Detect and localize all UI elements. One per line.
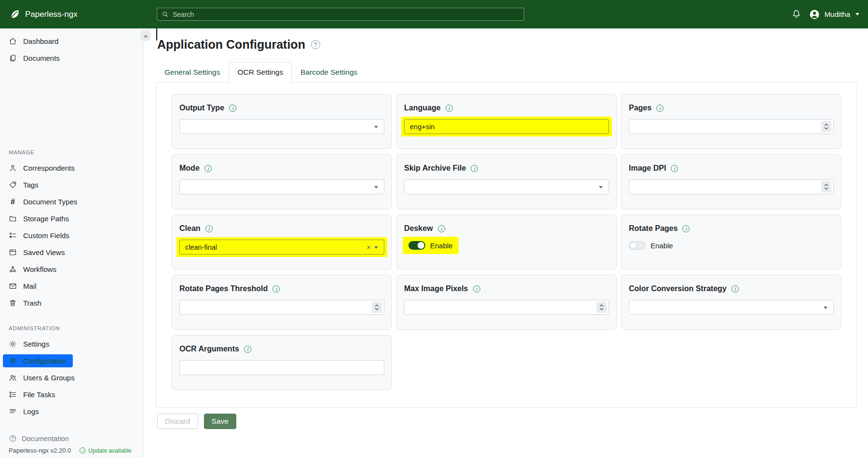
info-icon[interactable]: i <box>438 225 445 232</box>
sidebar-item-saved-views[interactable]: Saved Views <box>0 244 143 261</box>
chevron-down-icon <box>374 126 378 128</box>
sidebar-item-custom-fields[interactable]: Custom Fields <box>0 227 143 244</box>
topbar: Paperless-ngx Muditha <box>0 0 868 28</box>
folder-icon <box>9 215 17 223</box>
sidebar-item-storage-paths[interactable]: Storage Paths <box>0 210 143 227</box>
documentation-link[interactable]: Documentation <box>9 434 143 443</box>
save-button[interactable]: Save <box>204 414 236 429</box>
deskew-toggle[interactable] <box>408 241 425 250</box>
ocr-arguments-input[interactable] <box>185 361 379 375</box>
sidebar-item-trash[interactable]: Trash <box>0 295 143 311</box>
sidebar-item-configuration[interactable]: Configuration <box>0 352 143 369</box>
question-circle-icon <box>9 434 17 443</box>
tab-ocr-settings[interactable]: OCR Settings <box>229 62 292 82</box>
documents-icon <box>9 54 17 62</box>
rotate-pages-toggle[interactable] <box>629 241 646 250</box>
text-lines-icon <box>9 407 17 416</box>
workflow-icon <box>9 265 17 273</box>
bell-icon[interactable] <box>791 9 801 19</box>
output-type-select[interactable] <box>179 119 384 134</box>
discard-button[interactable]: Discard <box>157 414 198 429</box>
update-available-link[interactable]: i Update available <box>80 447 131 454</box>
field-card-color-conversion-strategy: Color Conversion Strategy i <box>621 275 841 330</box>
pages-number-input[interactable] <box>629 119 834 134</box>
info-icon[interactable]: i <box>471 165 478 172</box>
info-icon[interactable]: i <box>656 105 664 112</box>
highlight-clean: clean-final × <box>176 237 387 257</box>
administration-section-header: ADMINISTRATION <box>0 325 143 331</box>
list-task-icon <box>9 390 17 399</box>
people-icon <box>9 374 17 382</box>
field-card-language: Language i <box>396 94 617 149</box>
user-menu[interactable]: Muditha <box>809 9 859 20</box>
sidebar-item-correspondents[interactable]: Correspondents <box>0 160 143 176</box>
image-dpi-input[interactable] <box>635 180 828 194</box>
chevron-down-icon <box>374 186 378 188</box>
clear-icon[interactable]: × <box>366 243 371 251</box>
app-brand[interactable]: Paperless-ngx <box>0 9 78 20</box>
gear-icon <box>9 340 17 348</box>
info-icon[interactable]: i <box>204 165 212 172</box>
field-card-mode: Mode i <box>172 154 392 209</box>
number-stepper[interactable] <box>372 302 382 313</box>
info-icon[interactable]: i <box>244 346 251 353</box>
info-icon[interactable]: i <box>272 285 280 293</box>
color-conversion-strategy-select[interactable] <box>629 300 834 315</box>
search-bar[interactable] <box>157 8 524 21</box>
tab-general-settings[interactable]: General Settings <box>156 62 229 82</box>
info-icon[interactable]: i <box>732 285 739 293</box>
rotate-pages-threshold-input[interactable] <box>185 300 379 314</box>
info-icon[interactable]: i <box>446 105 453 112</box>
info-icon[interactable]: i <box>682 225 690 232</box>
sidebar-item-dashboard[interactable]: Dashboard <box>0 33 143 50</box>
field-card-output-type: Output Type i <box>172 94 392 149</box>
image-dpi-number-input[interactable] <box>629 179 834 194</box>
trash-icon <box>9 299 17 307</box>
info-icon[interactable]: i <box>671 165 678 172</box>
search-icon <box>162 11 169 18</box>
sidebar-item-documents[interactable]: Documents <box>0 50 143 67</box>
max-image-pixels-input[interactable] <box>410 300 603 314</box>
version-label: Paperless-ngx v2.20.0 <box>9 447 71 454</box>
info-icon[interactable]: i <box>229 105 236 112</box>
settings-tabs: General Settings OCR Settings Barcode Se… <box>156 62 366 82</box>
tag-icon <box>9 181 17 189</box>
info-icon[interactable]: i <box>205 225 213 232</box>
field-card-rotate-pages-threshold: Rotate Pages Threshold i <box>172 275 392 330</box>
sidebar-item-workflows[interactable]: Workflows <box>0 261 143 278</box>
pages-input[interactable] <box>635 120 828 134</box>
chevron-down-icon <box>824 307 827 309</box>
envelope-icon <box>9 282 17 290</box>
info-icon[interactable]: i <box>473 285 480 293</box>
hash-icon: # <box>9 198 17 206</box>
sidebar-item-file-tasks[interactable]: File Tasks <box>0 386 143 403</box>
highlight-language <box>401 117 612 136</box>
sidebar-item-logs[interactable]: Logs <box>0 403 143 420</box>
rotate-pages-threshold-number-input[interactable] <box>179 300 384 315</box>
field-card-max-image-pixels: Max Image Pixels i <box>396 275 617 330</box>
sidebar-item-users-groups[interactable]: Users & Groups <box>0 369 143 386</box>
sidebar-item-tags[interactable]: Tags <box>0 176 143 193</box>
number-stepper[interactable] <box>821 181 831 192</box>
chevron-down-icon <box>599 186 603 188</box>
language-input[interactable] <box>410 120 603 134</box>
sidebar-item-document-types[interactable]: # Document Types <box>0 193 143 210</box>
mode-select[interactable] <box>179 179 384 194</box>
page-title: Application Configuration <box>157 38 305 52</box>
number-stepper[interactable] <box>821 121 831 132</box>
sidebar-item-settings[interactable]: Settings <box>0 336 143 352</box>
field-card-skip-archive-file: Skip Archive File i <box>396 154 617 209</box>
help-icon[interactable]: ? <box>311 40 320 49</box>
clean-selected-value: clean-final <box>185 243 366 251</box>
sidebar-item-mail[interactable]: Mail <box>0 278 143 295</box>
clean-select[interactable]: clean-final × <box>179 240 384 255</box>
skip-archive-file-select[interactable] <box>404 179 609 194</box>
tab-barcode-settings[interactable]: Barcode Settings <box>292 62 366 82</box>
search-input[interactable] <box>173 11 519 18</box>
manage-section-header: MANAGE <box>0 149 143 155</box>
sliders-icon <box>9 357 17 365</box>
number-stepper[interactable] <box>597 302 607 313</box>
field-card-ocr-arguments: OCR Arguments i <box>172 335 392 390</box>
sidebar-collapse-button[interactable]: « <box>141 30 150 41</box>
max-image-pixels-number-input[interactable] <box>404 300 609 315</box>
